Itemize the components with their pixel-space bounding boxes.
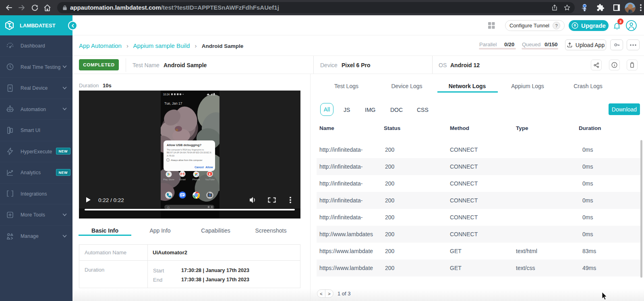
svg-text:Cancel: Cancel [195,166,204,169]
svg-text:Always allow from this compute: Always allow from this computer [171,159,203,161]
svg-text:A:75:00: A:75:00 [167,155,174,157]
svg-text:Play Store: Play Store [163,178,174,181]
svg-text:G: G [167,206,170,209]
svg-text:BE:97:1A:0F:0A:6A:79:6A:6F:ED:: BE:97:1A:0F:0A:6A:79:6A:6F:ED:C6:33:EC:6 [167,151,211,154]
svg-text:10:24: 10:24 [163,93,170,96]
svg-text:Allow USB debugging?: Allow USB debugging? [167,143,201,147]
svg-text:The computer's RSA key fingerp: The computer's RSA key fingerprint is: [167,148,205,151]
svg-text:YouTube: YouTube [205,178,215,181]
svg-text:Gmail: Gmail [179,178,186,181]
svg-text:Photos: Photos [193,178,200,181]
svg-text:Allow: Allow [205,166,213,169]
svg-text:0:22 / 0:22: 0:22 / 0:22 [98,197,124,203]
svg-text:Tue, Jan 17: Tue, Jan 17 [164,101,182,105]
